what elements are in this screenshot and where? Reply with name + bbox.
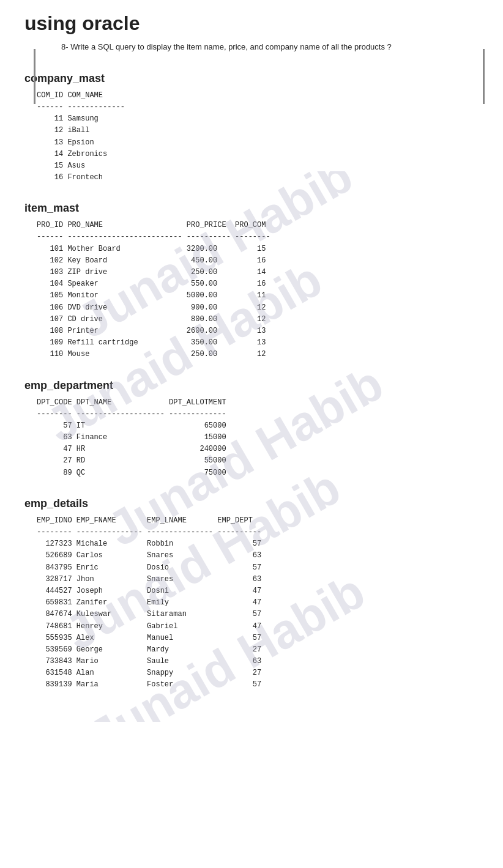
emp-department-title: emp_department [24, 379, 479, 392]
company-mast-section: company_mast COM_ID COM_NAME ------ ----… [24, 72, 479, 184]
emp-details-title: emp_details [24, 497, 479, 510]
question-block: 8- Write a SQL query to display the item… [61, 41, 479, 54]
right-border-bar [483, 49, 485, 104]
item-mast-title: item_mast [24, 202, 479, 215]
question-text-content: Write a SQL query to display the item na… [70, 42, 392, 51]
company-mast-title: company_mast [24, 72, 479, 85]
emp-department-table: DPT_CODE DPT_NAME DPT_ALLOTMENT --------… [37, 397, 479, 479]
question-number: 8- [61, 42, 69, 51]
company-mast-table: COM_ID COM_NAME ------ ------------- 11 … [37, 90, 479, 184]
emp-department-section: emp_department DPT_CODE DPT_NAME DPT_ALL… [24, 379, 479, 479]
item-mast-section: item_mast PRO_ID PRO_NAME PRO_PRICE PRO_… [24, 202, 479, 360]
emp-details-table: EMP_IDNO EMP_FNAME EMP_LNAME EMP_DEPT --… [37, 515, 479, 691]
page-title: using oracle [24, 12, 479, 35]
item-mast-table: PRO_ID PRO_NAME PRO_PRICE PRO_COM ------… [37, 220, 479, 360]
emp-details-section: emp_details EMP_IDNO EMP_FNAME EMP_LNAME… [24, 497, 479, 691]
left-border-bar [34, 49, 35, 104]
